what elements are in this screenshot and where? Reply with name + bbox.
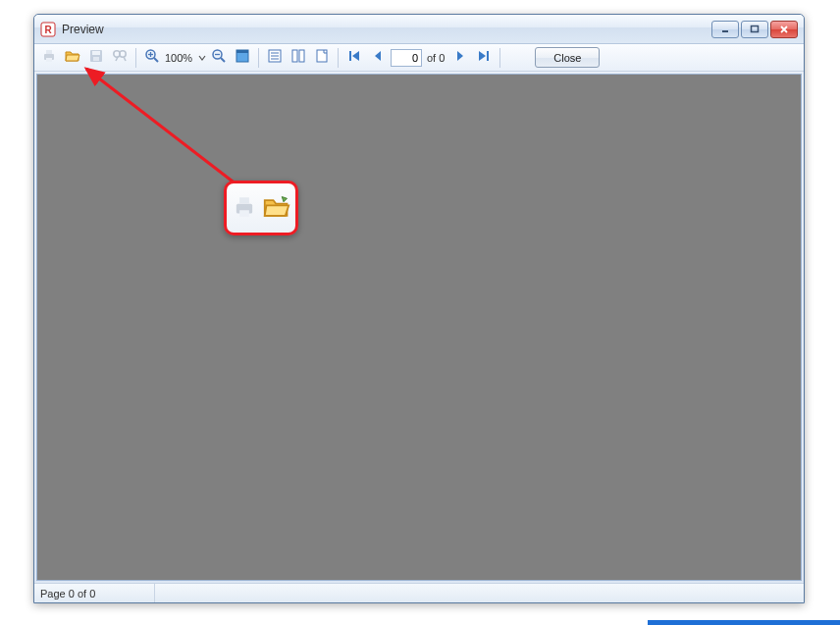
find-button[interactable] <box>109 47 131 69</box>
print-icon <box>41 48 57 67</box>
annotation-callout <box>224 181 298 235</box>
zoom-out-icon <box>211 48 227 67</box>
svg-line-17 <box>154 58 158 62</box>
print-icon <box>232 194 257 223</box>
fullscreen-icon <box>235 48 250 67</box>
maximize-button[interactable] <box>741 21 768 38</box>
svg-line-13 <box>124 57 126 61</box>
svg-line-20 <box>221 58 225 62</box>
first-page-button[interactable] <box>343 47 365 69</box>
close-button[interactable]: Close <box>535 47 600 68</box>
toolbar-separator <box>258 48 259 68</box>
app-icon: R <box>40 22 56 37</box>
annotation-marker <box>648 620 840 625</box>
svg-text:R: R <box>44 25 52 35</box>
open-folder-icon <box>65 48 80 67</box>
save-icon <box>88 48 104 67</box>
svg-rect-35 <box>239 210 249 217</box>
page-of-label: of 0 <box>427 52 445 64</box>
window-buttons <box>711 21 798 38</box>
zoom-in-button[interactable] <box>141 47 163 69</box>
svg-rect-6 <box>46 58 52 62</box>
toolbar-separator <box>135 48 136 68</box>
svg-rect-27 <box>292 50 297 62</box>
page-number-input[interactable] <box>391 49 422 67</box>
zoom-combo[interactable]: 100% <box>165 48 206 68</box>
svg-rect-34 <box>239 197 249 204</box>
zoom-in-icon <box>144 48 160 67</box>
svg-rect-28 <box>299 50 304 62</box>
preview-window: R Preview <box>33 14 805 603</box>
first-page-icon <box>347 49 361 66</box>
thumbnails-icon <box>290 48 306 67</box>
last-page-icon <box>477 49 491 66</box>
prev-page-icon <box>372 50 384 65</box>
svg-rect-29 <box>317 50 327 62</box>
svg-rect-8 <box>92 51 100 55</box>
titlebar: R Preview <box>34 15 804 44</box>
close-button-label: Close <box>553 52 581 64</box>
preview-canvas <box>36 74 802 581</box>
status-page-label: Page 0 of 0 <box>40 584 155 602</box>
minimize-button[interactable] <box>711 21 739 38</box>
statusbar: Page 0 of 0 <box>34 583 804 602</box>
outline-icon <box>267 48 283 67</box>
open-button[interactable] <box>62 47 83 69</box>
open-folder-icon <box>263 193 290 224</box>
find-icon <box>112 48 128 67</box>
close-window-button[interactable] <box>770 21 798 38</box>
last-page-button[interactable] <box>473 47 495 69</box>
svg-rect-3 <box>752 26 759 31</box>
svg-rect-9 <box>93 57 99 61</box>
outline-button[interactable] <box>264 47 286 69</box>
svg-rect-22 <box>236 50 248 53</box>
toolbar: 100% <box>34 44 804 72</box>
prev-page-button[interactable] <box>367 47 389 69</box>
zoom-value: 100% <box>165 52 196 64</box>
svg-rect-5 <box>46 50 52 54</box>
chevron-down-icon <box>198 54 206 62</box>
next-page-button[interactable] <box>449 47 471 69</box>
next-page-icon <box>454 50 466 65</box>
fullscreen-button[interactable] <box>232 47 253 69</box>
zoom-out-button[interactable] <box>208 47 230 69</box>
toolbar-separator <box>499 48 500 68</box>
toolbar-separator <box>338 48 339 68</box>
page-setup-icon <box>314 48 330 67</box>
window-title: Preview <box>62 23 711 36</box>
print-button[interactable] <box>38 47 60 69</box>
save-button[interactable] <box>85 47 107 69</box>
page-setup-button[interactable] <box>311 47 333 69</box>
thumbnails-button[interactable] <box>288 47 309 69</box>
